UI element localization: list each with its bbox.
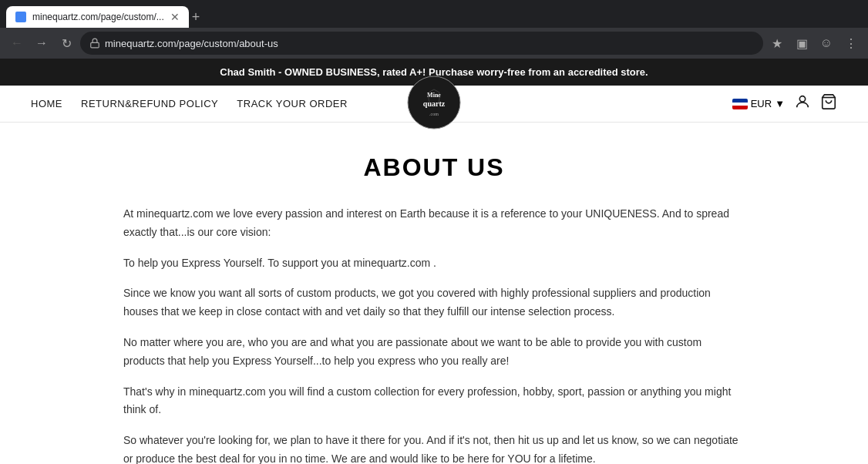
url-text: minequartz.com/page/custom/about-us — [105, 38, 754, 49]
extensions-icon[interactable]: ▣ — [791, 32, 812, 54]
forward-button[interactable]: → — [31, 32, 52, 54]
svg-rect-0 — [91, 42, 99, 47]
svg-text:quartz: quartz — [423, 99, 446, 108]
cart-icon[interactable] — [820, 93, 837, 114]
page: Chad Smith - OWNED BUSINESS, rated A+! P… — [0, 59, 868, 464]
announcement-text-prefix: Chad Smith - — [220, 66, 284, 78]
account-icon[interactable] — [794, 93, 811, 114]
para-5: That's why in minequartz.com you will fi… — [123, 383, 745, 420]
bookmark-icon[interactable]: ★ — [766, 32, 788, 54]
para-1: At minequartz.com we love every passion … — [123, 205, 745, 242]
para-6: So whatever you're looking for, we plan … — [123, 432, 745, 464]
currency-label: EUR — [751, 98, 772, 109]
para-2: To help you Express Yourself. To support… — [123, 254, 745, 273]
header-logo[interactable]: Mine quartz .com — [407, 76, 461, 132]
back-button[interactable]: ← — [6, 32, 28, 54]
announcement-text-bold: OWNED BUSINESS, rated A+! — [284, 66, 426, 78]
svg-text:Mine: Mine — [427, 92, 441, 99]
profile-icon[interactable]: ☺ — [816, 32, 837, 54]
url-bar[interactable]: minequartz.com/page/custom/about-us — [80, 32, 763, 55]
currency-dropdown-icon: ▼ — [775, 98, 785, 109]
secure-icon — [89, 38, 100, 49]
currency-selector[interactable]: EUR ▼ — [732, 98, 785, 109]
tab-favicon — [15, 12, 26, 22]
browser-action-icons: ★ ▣ ☺ ⋮ — [766, 32, 862, 54]
browser-controls: ← → ↻ minequartz.com/page/custom/about-u… — [0, 28, 868, 59]
menu-icon[interactable]: ⋮ — [840, 32, 862, 54]
header-actions: EUR ▼ — [732, 93, 837, 114]
tab-title: minequartz.com/page/custom/... — [32, 12, 164, 22]
page-title: ABOUT US — [123, 153, 745, 182]
main-nav: HOME RETURN&REFUND POLICY Track Your Ord… — [31, 98, 348, 109]
para-4: No matter where you are, who you are and… — [123, 334, 745, 371]
nav-refund[interactable]: RETURN&REFUND POLICY — [81, 98, 218, 109]
main-content: ABOUT US At minequartz.com we love every… — [0, 123, 868, 464]
browser-window: minequartz.com/page/custom/... ✕ + ← → ↻… — [0, 0, 868, 59]
para-3: Since we know you want all sorts of cust… — [123, 284, 745, 321]
new-tab-button[interactable]: + — [192, 9, 200, 25]
tab-close-icon[interactable]: ✕ — [170, 11, 180, 23]
nav-track[interactable]: Track Your Order — [237, 98, 348, 109]
logo-svg: Mine quartz .com — [407, 76, 461, 129]
tab-bar: minequartz.com/page/custom/... ✕ + — [0, 0, 868, 28]
svg-text:.com: .com — [429, 112, 439, 116]
reload-button[interactable]: ↻ — [56, 32, 77, 54]
nav-home[interactable]: HOME — [31, 98, 62, 109]
svg-point-5 — [799, 96, 805, 102]
header: HOME RETURN&REFUND POLICY Track Your Ord… — [0, 86, 868, 123]
eu-flag — [732, 99, 748, 109]
about-text: At minequartz.com we love every passion … — [123, 205, 745, 464]
active-tab[interactable]: minequartz.com/page/custom/... ✕ — [6, 6, 189, 28]
